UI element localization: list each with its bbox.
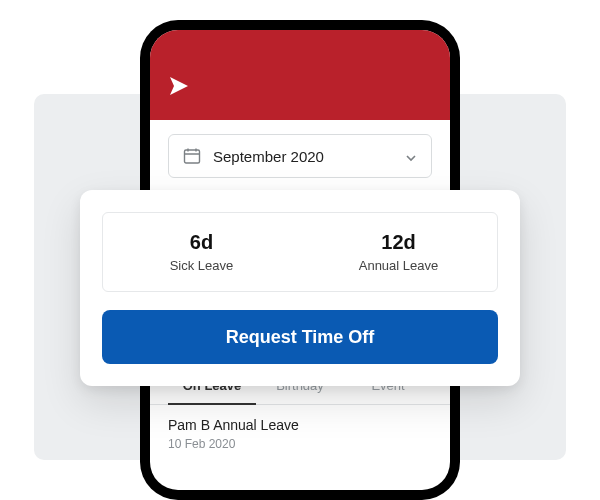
balance-label: Sick Leave xyxy=(103,258,300,273)
balance-value: 12d xyxy=(300,231,497,254)
balance-label: Annual Leave xyxy=(300,258,497,273)
balance-row: 6d Sick Leave 12d Annual Leave xyxy=(102,212,498,292)
list-item-title: Pam B Annual Leave xyxy=(168,417,432,433)
month-picker-label: September 2020 xyxy=(213,148,393,165)
svg-rect-0 xyxy=(185,150,200,163)
request-time-off-button[interactable]: Request Time Off xyxy=(102,310,498,364)
app-header xyxy=(150,30,450,120)
balance-value: 6d xyxy=(103,231,300,254)
list-item[interactable]: Pam B Annual Leave 10 Feb 2020 xyxy=(168,405,432,457)
calendar-icon xyxy=(183,147,201,165)
request-button-label: Request Time Off xyxy=(226,327,375,347)
chevron-down-icon xyxy=(405,150,417,162)
balance-sick-leave: 6d Sick Leave xyxy=(103,231,300,273)
month-picker[interactable]: September 2020 xyxy=(168,134,432,178)
list-item-date: 10 Feb 2020 xyxy=(168,437,432,451)
app-logo-icon xyxy=(168,74,196,98)
balance-annual-leave: 12d Annual Leave xyxy=(300,231,497,273)
balance-card: 6d Sick Leave 12d Annual Leave Request T… xyxy=(80,190,520,386)
